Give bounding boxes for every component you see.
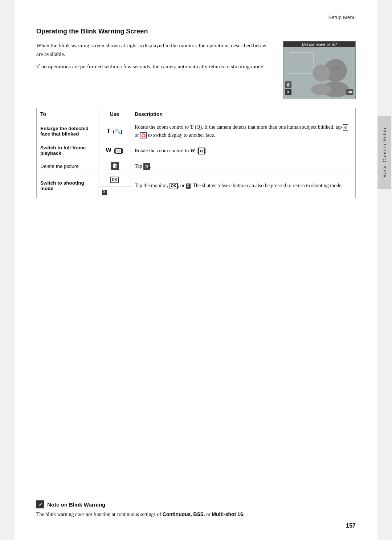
trash-icon: 🗑 bbox=[111, 162, 119, 170]
row4-to: Switch to shootingmode bbox=[37, 173, 98, 198]
row2-description: Rotate the zoom control to W (⊡). bbox=[131, 142, 356, 159]
col-header-to: To bbox=[37, 108, 98, 120]
section-title: Operating the Blink Warning Screen bbox=[36, 28, 356, 35]
note-text-before: The blink warning does not function at c… bbox=[36, 512, 163, 517]
page-number: 157 bbox=[346, 523, 356, 529]
ok-icon-desc: OK bbox=[170, 183, 178, 189]
row4-description: Tap the monitor, OK, or X. The shutter-r… bbox=[131, 173, 356, 198]
row1-description: Rotate the zoom control to T (Q). If the… bbox=[131, 120, 356, 142]
intro-paragraph-2: If no operations are performed within a … bbox=[36, 62, 272, 71]
note-title: ✓ Note on Blink Warning bbox=[36, 500, 356, 508]
top-label: Setup Menu bbox=[36, 15, 356, 20]
note-bold3: Multi-shot 16 bbox=[212, 511, 243, 517]
note-text: The blink warning does not function at c… bbox=[36, 511, 356, 518]
row2-to: Switch to full-frameplayback bbox=[37, 142, 98, 159]
preview-icons: 🗑 X bbox=[285, 81, 291, 95]
row1-to: Enlarge the detectedface that blinked bbox=[37, 120, 98, 142]
svg-point-5 bbox=[311, 84, 331, 96]
intro-section: When the blink warning screen shown at r… bbox=[36, 41, 356, 99]
row2-use: W (⊡) bbox=[98, 142, 131, 159]
note-icon: ✓ bbox=[36, 500, 44, 508]
note-text-after: . bbox=[243, 512, 245, 517]
row3-use: 🗑 bbox=[98, 159, 131, 173]
note-section: ✓ Note on Blink Warning The blink warnin… bbox=[36, 500, 356, 518]
camera-preview: Did someone blink? bbox=[283, 41, 356, 99]
ok-icon: OK bbox=[110, 177, 119, 183]
note-title-text: Note on Blink Warning bbox=[47, 501, 105, 508]
intro-paragraph-1: When the blink warning screen shown at r… bbox=[36, 41, 272, 59]
row3-description: Tap 🗑. bbox=[131, 159, 356, 173]
intro-text: When the blink warning screen shown at r… bbox=[36, 41, 272, 74]
table-row: Delete the picture 🗑 Tap 🗑. bbox=[37, 159, 356, 173]
header-title: Setup Menu bbox=[328, 15, 356, 20]
preview-trash-icon: 🗑 bbox=[285, 81, 291, 88]
preview-top-bar: Did someone blink? bbox=[283, 41, 355, 47]
sidebar-label: Basic Camera Setup bbox=[382, 128, 387, 177]
note-bold2: BSS bbox=[193, 511, 204, 517]
row4-use-ok: OK bbox=[98, 173, 131, 186]
row3-to: Delete the picture bbox=[37, 159, 98, 173]
preview-x-icon: X bbox=[285, 89, 291, 95]
col-header-use: Use bbox=[98, 108, 131, 120]
preview-svg bbox=[283, 47, 355, 97]
preview-ok-icon: OK bbox=[346, 89, 354, 95]
row1-use: T (🔍) bbox=[98, 120, 131, 142]
svg-point-4 bbox=[313, 64, 330, 81]
note-sep2: , or bbox=[204, 512, 212, 517]
table-row: Switch to shootingmode OK Tap the monito… bbox=[37, 173, 356, 186]
x-icon: X bbox=[102, 190, 107, 195]
preview-body: 🗑 X OK bbox=[283, 47, 355, 97]
col-header-description: Description bbox=[131, 108, 356, 120]
preview-content: 🗑 X OK bbox=[283, 47, 355, 97]
page: Setup Menu Operating the Blink Warning S… bbox=[15, 0, 377, 540]
x-icon-desc: X bbox=[186, 184, 191, 189]
operations-table: To Use Description Enlarge the detectedf… bbox=[36, 108, 356, 198]
trash-icon-inline: 🗑 bbox=[143, 163, 150, 170]
table-row: Enlarge the detectedface that blinked T … bbox=[37, 120, 356, 142]
note-bold1: Continuous bbox=[163, 511, 191, 517]
sidebar-tab: Basic Camera Setup bbox=[377, 116, 391, 189]
row4-use-x: X bbox=[98, 186, 131, 198]
table-row: Switch to full-frameplayback W (⊡) Rotat… bbox=[37, 142, 356, 159]
